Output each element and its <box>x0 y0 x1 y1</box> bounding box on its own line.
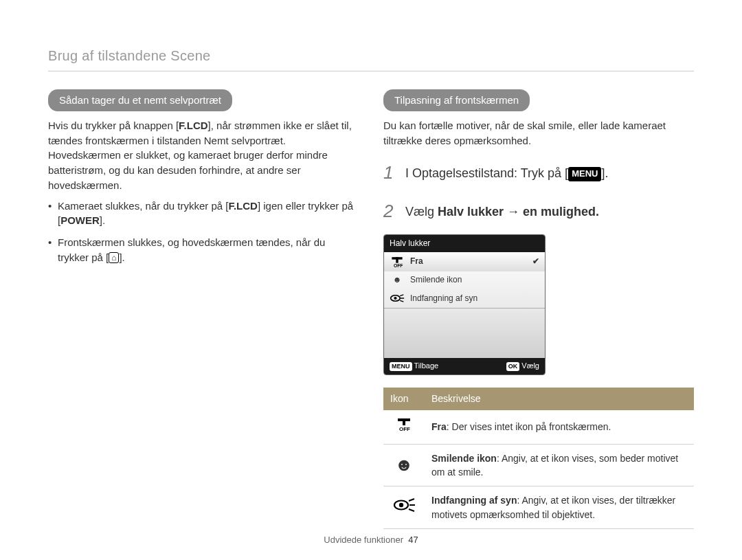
svg-text:OFF: OFF <box>394 263 403 268</box>
arrow-icon: → en mulighed. <box>504 205 599 219</box>
camera-menu-option-off: OFF Fra ✔ <box>384 252 545 271</box>
text: : Der vises intet ikon på frontskærmen. <box>447 421 611 432</box>
step-2: 2 Vælg Halv lukker → en mulighed. <box>383 199 694 225</box>
step-number: 1 <box>383 160 397 186</box>
smile-icon: ☻ <box>383 444 425 486</box>
text: → en mulighed. <box>504 205 599 219</box>
text: Vælg <box>405 205 438 219</box>
camera-menu-screenshot: Halv lukker OFF Fra ✔ ☻ Smilende ikon <box>383 234 546 376</box>
bullet-camera-off: Kameraet slukkes, når du trykker på [F.L… <box>48 199 359 229</box>
selfportrait-paragraph: Hvis du trykker på knappen [F.LCD], når … <box>48 118 359 193</box>
svg-text:OFF: OFF <box>399 426 410 432</box>
text: Fra <box>431 421 447 432</box>
power-label: POWER <box>60 214 100 226</box>
text: Hvis du trykker på knappen [ <box>48 120 179 131</box>
desc-smile: Smilende ikon: Angiv, at et ikon vises, … <box>425 444 694 486</box>
camera-menu-title: Halv lukker <box>384 235 545 252</box>
table-row: Indfangning af syn: Angiv, at et ikon vi… <box>383 486 694 529</box>
text: ]. <box>100 214 105 226</box>
table-row: OFF Fra: Der vises intet ikon på frontsk… <box>383 410 694 445</box>
icon-description-table: Ikon Beskrivelse OFF Fra: Der vises inte… <box>383 388 694 528</box>
camera-menu-empty-area <box>384 309 545 358</box>
table-row: ☻ Smilende ikon: Angiv, at et ikon vises… <box>383 444 694 486</box>
back-label: Tilbage <box>414 361 439 370</box>
option-label: Indfangning af syn <box>410 293 477 304</box>
svg-point-4 <box>394 297 396 300</box>
footer-page-number: 47 <box>408 535 418 545</box>
home-icon: ⌂ <box>109 252 119 263</box>
select-label: Vælg <box>521 361 539 370</box>
text: Smilende ikon <box>431 453 497 464</box>
text: Kameraet slukkes, når du trykker på [ <box>58 200 228 212</box>
half-shutter-label: Halv lukker <box>438 205 504 219</box>
flcd-label: F.LCD <box>228 200 258 212</box>
page-footer: Udvidede funktioner 47 <box>0 535 742 545</box>
flcd-label: F.LCD <box>179 120 208 131</box>
svg-rect-1 <box>396 257 398 262</box>
camera-menu-option-eye: Indfangning af syn <box>384 289 545 308</box>
check-icon: ✔ <box>532 256 539 267</box>
menu-chip-icon: MENU <box>390 362 412 371</box>
off-icon: OFF <box>390 255 405 269</box>
col-header-icon: Ikon <box>383 388 425 410</box>
eye-icon <box>390 291 405 305</box>
frontscreen-intro: Du kan fortælle motiver, når de skal smi… <box>383 118 694 148</box>
svg-point-9 <box>399 502 403 506</box>
breadcrumb: Brug af tilstandene Scene <box>48 48 694 64</box>
ok-chip-icon: OK <box>506 362 520 371</box>
step-number: 2 <box>383 199 397 225</box>
text: Indfangning af syn <box>431 495 517 506</box>
option-label: Fra <box>410 256 423 267</box>
text: ]. <box>601 166 608 180</box>
col-header-description: Beskrivelse <box>425 388 694 410</box>
bullet-frontscreen-off: Frontskærmen slukkes, og hovedskærmen tæ… <box>48 235 359 265</box>
camera-menu-option-smile: ☻ Smilende ikon <box>384 271 545 289</box>
hr <box>48 71 694 71</box>
desc-off: Fra: Der vises intet ikon på frontskærme… <box>425 410 694 445</box>
svg-rect-6 <box>403 418 405 425</box>
desc-eye: Indfangning af syn: Angiv, at et ikon vi… <box>425 486 694 529</box>
menu-button-icon: MENU <box>568 167 601 181</box>
text: ]. <box>119 251 124 263</box>
eye-icon <box>383 486 425 529</box>
footer-section-label: Udvidede funktioner <box>324 535 403 545</box>
left-column: Sådan tager du et nemt selvportræt Hvis … <box>48 89 359 529</box>
text: Frontskærmen slukkes, og hovedskærmen tæ… <box>58 236 325 263</box>
option-label: Smilende ikon <box>410 274 462 286</box>
section-heading-selfportrait: Sådan tager du et nemt selvportræt <box>48 89 232 111</box>
smile-icon: ☻ <box>390 274 405 286</box>
text: I Optagelsestilstand: Tryk på [ <box>405 166 568 180</box>
right-column: Tilpasning af frontskærmen Du kan fortæl… <box>383 89 694 529</box>
off-icon: OFF <box>383 410 425 445</box>
camera-menu-footer: MENUTilbage OKVælg <box>384 358 545 374</box>
section-heading-frontscreen: Tilpasning af frontskærmen <box>383 89 530 111</box>
step-1: 1 I Optagelsestilstand: Tryk på [MENU]. <box>383 160 694 186</box>
